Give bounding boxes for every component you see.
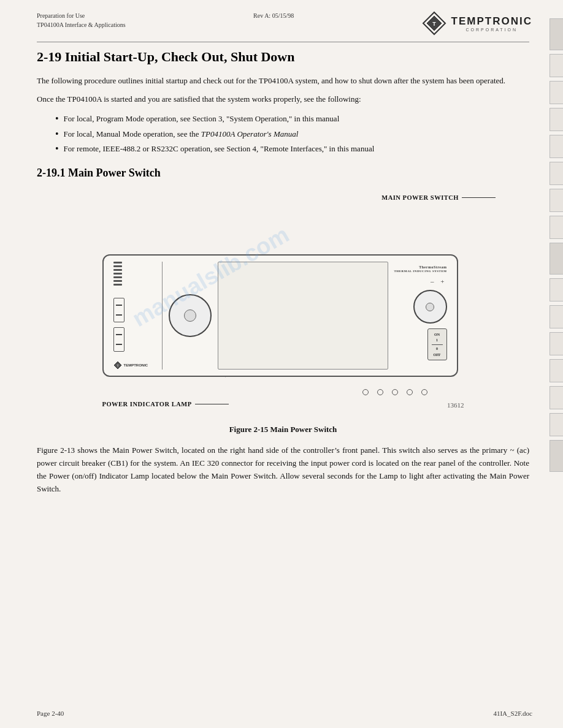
page: Preparation for Use TP04100A Interface &… [0, 0, 563, 728]
intro-para-1: The following procedure outlines initial… [37, 75, 529, 88]
header-line1: Preparation for Use [37, 11, 126, 20]
bar-7 [113, 284, 122, 286]
vent-area [362, 387, 427, 395]
tab-11 [550, 305, 563, 328]
vent-dot-1 [362, 389, 369, 395]
vent-dots [362, 389, 427, 395]
bar-4 [113, 273, 122, 275]
tab-12 [550, 332, 563, 355]
bullet-text-1: For local, Program Mode operation, see S… [64, 112, 340, 126]
tab-3 [550, 81, 563, 104]
sw-line-3 [116, 334, 122, 335]
tab-4 [550, 108, 563, 131]
panel-logo-text: TEMPTRONIC [124, 363, 148, 367]
middle-display [218, 262, 388, 370]
pw-line [432, 344, 443, 346]
figure-callout-top-area: MAIN POWER SWITCH [37, 187, 529, 224]
header-logo: T TEMPTRONIC CORPORATION [422, 11, 532, 36]
main-content: 2-19 Initial Start-Up, Check Out, Shut D… [0, 42, 563, 514]
plus-minus: – + [431, 278, 446, 285]
tab-16 [550, 440, 563, 472]
thermostream-label: ThermoStreamTHERMAL INDUCING SYSTEM [394, 265, 447, 273]
bar-1 [113, 262, 122, 264]
tab-9 [550, 243, 563, 275]
tab-10 [550, 278, 563, 301]
bar-5 [113, 276, 122, 278]
tab-8 [550, 216, 563, 239]
callout-line-bottom [195, 404, 229, 404]
section-title: 2-19 Initial Start-Up, Check Out, Shut D… [37, 48, 529, 66]
bullet-text-2: For local, Manual Mode operation, see th… [64, 127, 299, 141]
pw-off-label: OFF [434, 353, 441, 357]
bullet-text-3: For remote, IEEE-488.2 or RS232C operati… [64, 142, 375, 156]
knob-inner-large [184, 309, 196, 322]
logo-name: TEMPTRONIC [451, 15, 532, 28]
power-switch-box: ON 1 0 OFF [427, 328, 447, 360]
pw-0-label: 0 [436, 347, 438, 351]
tab-7 [550, 189, 563, 212]
left-panel: T TEMPTRONIC [113, 262, 163, 370]
left-switch [113, 298, 124, 322]
right-tabs [550, 18, 563, 472]
callout-bottom-label: POWER INDICATOR LAMP [102, 401, 229, 408]
vent-dot-5 [421, 389, 427, 395]
header-rev: Rev A: 05/15/98 [253, 11, 294, 19]
callout-line-top [462, 197, 496, 198]
tab-6 [550, 162, 563, 185]
tab-5 [550, 135, 563, 158]
figure-wrapper: MAIN POWER SWITCH [37, 187, 529, 434]
right-section: ThermoStreamTHERMAL INDUCING SYSTEM – + … [394, 262, 447, 370]
figure-container: T TEMPTRONIC Therm [102, 224, 464, 377]
sw-line-2 [116, 314, 122, 316]
callout-bottom-text: POWER INDICATOR LAMP [102, 401, 192, 408]
bullet-dot-1: • [55, 112, 59, 126]
footer: Page 2-40 41IA_S2F.doc [37, 710, 532, 717]
temptronic-diamond-icon: T [422, 11, 446, 36]
panel-logo: T TEMPTRONIC [113, 361, 148, 370]
tab-13 [550, 359, 563, 382]
svg-text:T: T [117, 364, 118, 368]
vent-dot-3 [392, 389, 398, 395]
panel-logo-icon: T [113, 361, 122, 370]
bullet-list: • For local, Program Mode operation, see… [55, 112, 529, 156]
vent-dot-2 [377, 389, 383, 395]
callout-angled-line [225, 377, 274, 408]
knob-medium [413, 290, 447, 324]
footer-doc: 41IA_S2F.doc [493, 710, 532, 717]
header-left: Preparation for Use TP04100A Interface &… [37, 11, 126, 29]
knob-inner-medium [426, 303, 434, 311]
left-switch-2 [113, 327, 124, 352]
pw-on-label: ON [434, 333, 440, 336]
tab-2 [550, 54, 563, 77]
list-item-2: • For local, Manual Mode operation, see … [55, 127, 529, 141]
list-item-1: • For local, Program Mode operation, see… [55, 112, 529, 126]
callout-top-text: MAIN POWER SWITCH [381, 194, 459, 201]
figure-num: 13612 [447, 401, 464, 409]
bar-3 [113, 269, 122, 271]
subsection-title: 2-19.1 Main Power Switch [37, 167, 529, 180]
figure-caption: Figure 2-15 Main Power Switch [229, 414, 337, 434]
bullet-dot-2: • [55, 127, 59, 141]
logo-sub: CORPORATION [451, 28, 532, 32]
sw-line-4 [116, 344, 122, 345]
panel-bars [113, 262, 122, 286]
intro-para-2: Once the TP04100A is started and you are… [37, 93, 529, 106]
list-item-3: • For remote, IEEE-488.2 or RS232C opera… [55, 142, 529, 156]
main-knob-large [169, 294, 212, 337]
svg-text:T: T [432, 21, 436, 27]
tab-1 [550, 18, 563, 50]
device-drawing: T TEMPTRONIC Therm [102, 254, 458, 377]
pw-1-label: 1 [436, 338, 438, 342]
bullet-dot-3: • [55, 142, 59, 156]
callout-top-label: MAIN POWER SWITCH [381, 194, 496, 201]
tab-15 [550, 413, 563, 436]
bar-6 [113, 280, 122, 282]
vent-dot-4 [407, 389, 413, 395]
header: Preparation for Use TP04100A Interface &… [0, 0, 563, 36]
header-line2: TP04100A Interface & Applications [37, 20, 126, 29]
figure-caption-text: Figure 2-15 Main Power Switch [229, 425, 337, 434]
tab-14 [550, 386, 563, 409]
bar-2 [113, 265, 122, 267]
body-paragraph: Figure 2-13 shows the Main Power Switch,… [37, 444, 529, 495]
footer-page: Page 2-40 [37, 710, 64, 717]
